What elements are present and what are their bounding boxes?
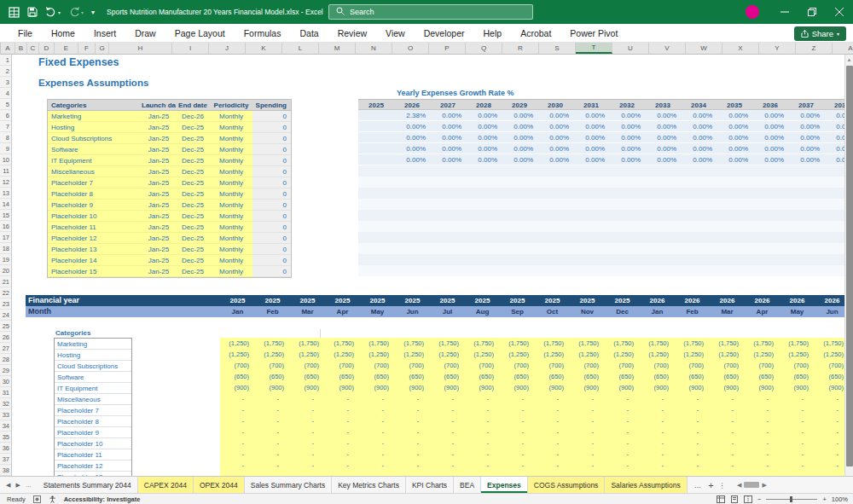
- row-header-30[interactable]: 30: [0, 376, 11, 387]
- column-header-W-22[interactable]: W: [686, 43, 722, 54]
- growth-rate-cell[interactable]: 0.00%: [717, 154, 752, 165]
- close-button[interactable]: [826, 0, 853, 24]
- monthly-value-cell[interactable]: -: [220, 460, 255, 471]
- growth-rate-cell[interactable]: 0.00%: [717, 143, 752, 154]
- growth-year-header[interactable]: 2027: [430, 100, 466, 109]
- growth-rate-cell[interactable]: 0.00%: [645, 121, 681, 131]
- growth-rate-cell[interactable]: 0.00%: [824, 143, 844, 154]
- assumptions-launch-cell[interactable]: Jan-25: [142, 166, 176, 177]
- assumptions-category-cell[interactable]: Miscellaneous: [48, 166, 142, 177]
- row-header-1[interactable]: 1: [0, 55, 11, 66]
- sheet-nav-left-icon[interactable]: ◀: [6, 482, 10, 489]
- monthly-value-cell[interactable]: (1,250): [220, 338, 255, 349]
- growth-rate-cell[interactable]: 0.00%: [681, 154, 717, 165]
- assumptions-spending-cell[interactable]: 0: [252, 133, 291, 144]
- monthly-value-cell[interactable]: -: [395, 404, 430, 415]
- monthly-value-cell[interactable]: -: [745, 426, 780, 437]
- ribbon-tab-review[interactable]: Review: [328, 24, 376, 43]
- growth-rate-cell[interactable]: 0.00%: [537, 132, 573, 142]
- monthly-value-cell[interactable]: (700): [815, 360, 844, 371]
- assumptions-periodicity-cell[interactable]: Monthly: [210, 166, 252, 177]
- monthly-value-cell[interactable]: (650): [745, 371, 780, 382]
- monthly-value-cell[interactable]: -: [395, 426, 430, 437]
- monthly-value-cell[interactable]: (1,250): [220, 349, 255, 360]
- hscroll-right-icon[interactable]: ▶: [762, 482, 766, 489]
- monthly-value-cell[interactable]: -: [570, 449, 605, 460]
- row-header-23[interactable]: 23: [0, 298, 11, 310]
- assumptions-spending-cell[interactable]: 0: [252, 266, 291, 277]
- assumptions-launch-cell[interactable]: Jan-25: [142, 188, 176, 200]
- assumptions-end-cell[interactable]: Dec-25: [176, 233, 210, 244]
- monthly-value-cell[interactable]: -: [535, 449, 570, 460]
- assumptions-launch-cell[interactable]: Jan-25: [142, 244, 176, 255]
- monthly-category-cell[interactable]: Hosting: [55, 350, 131, 361]
- assumptions-launch-cell[interactable]: Jan-25: [142, 200, 176, 211]
- column-header-F-5[interactable]: F: [78, 43, 96, 54]
- monthly-value-cell[interactable]: (1,250): [675, 349, 710, 360]
- monthly-value-cell[interactable]: (900): [815, 382, 844, 393]
- monthly-value-cell[interactable]: -: [605, 404, 640, 415]
- sheet-tab-statements-summary-2044[interactable]: Statements Summary 2044: [38, 477, 138, 493]
- monthly-value-cell[interactable]: -: [255, 404, 290, 415]
- worksheet-area[interactable]: Fixed Expenses Expenses Assumptions Cate…: [12, 55, 844, 476]
- monthly-value-cell[interactable]: (650): [465, 371, 500, 382]
- monthly-value-cell[interactable]: -: [465, 426, 500, 437]
- monthly-value-cell[interactable]: -: [360, 415, 395, 426]
- monthly-value-cell[interactable]: (1,750): [710, 338, 745, 349]
- monthly-value-cell[interactable]: (700): [325, 360, 360, 371]
- monthly-value-cell[interactable]: (1,750): [395, 338, 430, 349]
- growth-year-header[interactable]: 2026: [394, 100, 430, 109]
- customize-qat-icon[interactable]: ▾: [91, 5, 95, 19]
- monthly-value-cell[interactable]: -: [325, 460, 360, 471]
- monthly-value-cell[interactable]: -: [360, 437, 395, 449]
- month-cell[interactable]: Jun: [395, 306, 430, 317]
- month-cell[interactable]: Dec: [605, 306, 640, 317]
- row-header-6[interactable]: 6: [0, 110, 11, 121]
- assumptions-launch-cell[interactable]: Jan-25: [142, 255, 176, 266]
- assumptions-end-cell[interactable]: Dec-25: [176, 188, 210, 200]
- monthly-category-cell[interactable]: Placeholder 9: [55, 427, 131, 438]
- growth-rate-cell[interactable]: 0.00%: [573, 132, 609, 142]
- assumptions-spending-cell[interactable]: 0: [252, 155, 291, 166]
- fy-year-cell[interactable]: 2025: [395, 295, 430, 306]
- assumptions-periodicity-cell[interactable]: Monthly: [210, 222, 252, 233]
- month-cell[interactable]: Aug: [465, 306, 500, 317]
- growth-rate-cell[interactable]: 0.00%: [573, 110, 609, 120]
- financial-year-label[interactable]: Financial year: [28, 295, 79, 306]
- sheet-tab-capex-2044[interactable]: CAPEX 2044: [138, 477, 194, 493]
- ribbon-tab-file[interactable]: File: [9, 24, 42, 43]
- growth-rate-cell[interactable]: 0.00%: [466, 110, 502, 120]
- growth-table-title[interactable]: Yearly Expenses Growth Rate %: [397, 89, 514, 97]
- monthly-value-cell[interactable]: (700): [640, 360, 675, 371]
- monthly-value-cell[interactable]: -: [430, 449, 465, 460]
- assumptions-category-cell[interactable]: Cloud Subscriptions: [48, 133, 142, 144]
- growth-rate-cell[interactable]: 0.00%: [537, 143, 573, 154]
- save-icon[interactable]: [27, 5, 38, 19]
- monthly-category-cell[interactable]: Software: [55, 372, 131, 383]
- assumptions-spending-cell[interactable]: 0: [252, 177, 291, 188]
- monthly-value-cell[interactable]: -: [710, 404, 745, 415]
- monthly-value-cell[interactable]: -: [500, 449, 535, 460]
- monthly-value-cell[interactable]: (1,750): [430, 338, 465, 349]
- column-header-U-20[interactable]: U: [612, 43, 649, 54]
- growth-year-header[interactable]: 2033: [645, 100, 681, 109]
- column-header-T-19[interactable]: T: [576, 43, 612, 54]
- assumptions-launch-cell[interactable]: Jan-25: [142, 211, 176, 222]
- growth-rate-cell[interactable]: 0.00%: [645, 110, 681, 120]
- growth-empty-row[interactable]: [358, 232, 844, 243]
- growth-rate-cell[interactable]: 0.00%: [502, 154, 537, 165]
- monthly-value-cell[interactable]: (1,750): [640, 338, 675, 349]
- column-header-Y-24[interactable]: Y: [759, 43, 796, 54]
- column-header-H-7[interactable]: H: [109, 43, 172, 54]
- monthly-value-cell[interactable]: -: [640, 437, 675, 449]
- growth-rate-cell[interactable]: [358, 110, 394, 120]
- row-header-12[interactable]: 12: [0, 177, 11, 188]
- sheet-nav-more-icon[interactable]: …: [26, 482, 32, 488]
- growth-rate-cell[interactable]: 0.00%: [430, 143, 466, 154]
- monthly-value-cell[interactable]: (650): [430, 371, 465, 382]
- monthly-value-cell[interactable]: -: [220, 415, 255, 426]
- assumptions-periodicity-cell[interactable]: Monthly: [210, 188, 252, 200]
- assumptions-category-cell[interactable]: Placeholder 11: [48, 222, 142, 233]
- row-header-5[interactable]: 5: [0, 99, 11, 110]
- monthly-value-cell[interactable]: -: [640, 393, 675, 404]
